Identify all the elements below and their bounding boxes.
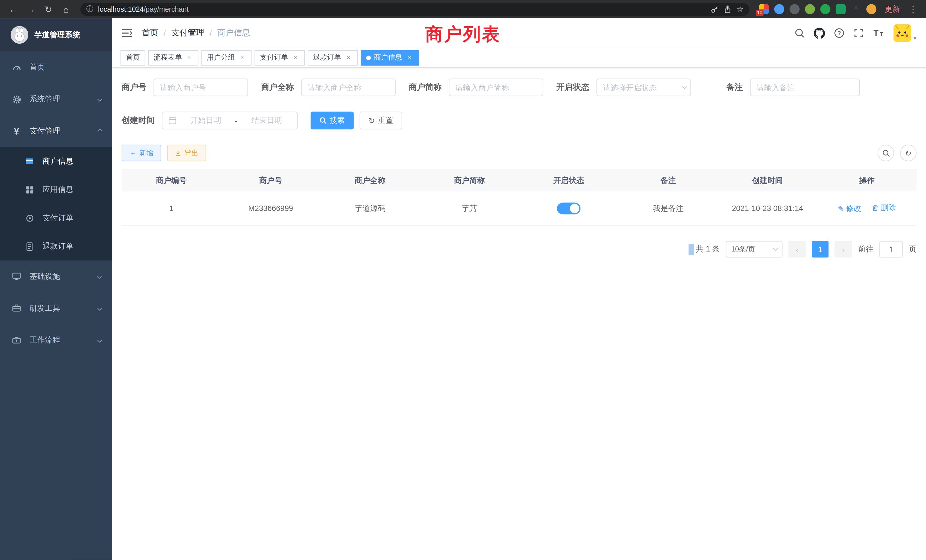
- page-size-value: 10条/页: [731, 244, 755, 254]
- close-icon[interactable]: ×: [185, 53, 193, 62]
- merchant-short-name-input[interactable]: [449, 79, 543, 96]
- page-number-1[interactable]: 1: [812, 241, 829, 257]
- table-row: 1 M233666999 芋道源码 芋艿 我是备注 2021-10-23 08:…: [122, 191, 917, 225]
- site-info-icon[interactable]: ⓘ: [86, 4, 93, 14]
- tab-process-form[interactable]: 流程表单 ×: [148, 50, 198, 65]
- tab-user-group[interactable]: 用户分组 ×: [201, 50, 251, 65]
- export-button-label: 导出: [184, 148, 198, 158]
- close-icon[interactable]: ×: [405, 53, 413, 62]
- status-select-input[interactable]: [596, 79, 691, 96]
- start-date-placeholder: 开始日期: [181, 115, 230, 126]
- tab-merchant-info[interactable]: 商户信息 ×: [361, 50, 419, 65]
- sidebar-item-system[interactable]: 系统管理: [0, 83, 112, 115]
- close-icon[interactable]: ×: [238, 53, 246, 62]
- browser-update-button[interactable]: 更新: [885, 4, 900, 14]
- column-header: 操作: [817, 170, 917, 191]
- fullscreen-icon[interactable]: [853, 28, 864, 38]
- chevron-down-icon: [97, 306, 102, 311]
- breadcrumb: 首页 / 支付管理 / 商户信息: [142, 28, 250, 38]
- prev-page-button[interactable]: ‹: [788, 241, 806, 257]
- sidebar-item-app-info[interactable]: 应用信息: [0, 176, 112, 204]
- calendar-icon: [168, 117, 177, 125]
- status-select[interactable]: [596, 79, 691, 96]
- merchant-no-input[interactable]: [154, 79, 248, 96]
- end-date-placeholder: 结束日期: [242, 115, 291, 126]
- help-question-icon[interactable]: ?: [834, 28, 845, 38]
- add-button[interactable]: ＋ 新增: [122, 145, 161, 161]
- sidebar-item-payment[interactable]: ¥ 支付管理: [0, 115, 112, 147]
- page-size-select[interactable]: 10条/页: [726, 241, 782, 257]
- breadcrumb-home[interactable]: 首页: [142, 28, 158, 38]
- table-toolbar: ＋ 新增 导出 ↻: [122, 145, 917, 161]
- pinned-extension-pin-icon[interactable]: [851, 4, 861, 14]
- profile-avatar-icon[interactable]: [866, 4, 876, 14]
- header-search-icon[interactable]: [794, 28, 805, 38]
- refresh-table-button[interactable]: ↻: [900, 145, 917, 161]
- close-icon[interactable]: ×: [291, 53, 300, 62]
- toolbox-icon: [11, 304, 22, 313]
- github-icon[interactable]: [814, 27, 825, 38]
- close-icon[interactable]: ×: [344, 53, 353, 62]
- extension-icon-avatar-green[interactable]: [805, 4, 815, 14]
- remark-label: 备注: [726, 82, 743, 93]
- extensions-puzzle-icon[interactable]: 10: [759, 4, 769, 14]
- table-right-tools: ↻: [878, 145, 917, 161]
- bookmark-star-icon[interactable]: ☆: [737, 5, 743, 14]
- app-logo[interactable]: 芋道管理系统: [0, 18, 112, 51]
- search-button[interactable]: 搜索: [311, 112, 354, 129]
- filter-row-1: 商户号 商户全称 商户简称 开启状态: [122, 79, 917, 96]
- extension-icon-dark[interactable]: [790, 4, 800, 14]
- search-icon: [319, 117, 327, 124]
- share-icon[interactable]: [723, 5, 732, 14]
- password-key-icon[interactable]: [711, 5, 719, 14]
- url-text[interactable]: localhost:1024/pay/merchant: [98, 5, 706, 14]
- sidebar-item-home[interactable]: 首页: [0, 51, 112, 83]
- user-avatar[interactable]: [894, 24, 911, 42]
- extension-icon-note[interactable]: [836, 4, 846, 14]
- tab-home[interactable]: 首页: [121, 50, 145, 65]
- hamburger-icon[interactable]: [122, 28, 132, 38]
- toggle-search-button[interactable]: [878, 145, 894, 161]
- logo-rabbit-image: [11, 26, 28, 44]
- chevron-down-icon: [97, 274, 102, 279]
- sidebar-item-dev-tools[interactable]: 研发工具: [0, 292, 112, 324]
- browser-menu-icon[interactable]: ⋮: [905, 1, 921, 17]
- trash-icon: [872, 204, 879, 211]
- payment-submenu: 商户信息 应用信息 支付订单: [0, 147, 112, 260]
- status-toggle[interactable]: [557, 202, 581, 214]
- extension-icon-evernote[interactable]: [820, 4, 830, 14]
- create-time-range-picker[interactable]: 开始日期 - 结束日期: [162, 112, 298, 129]
- tab-refund-order[interactable]: 退款订单 ×: [308, 50, 358, 65]
- tab-label: 商户信息: [374, 53, 402, 62]
- address-bar[interactable]: ⓘ localhost:1024/pay/merchant ☆: [80, 3, 749, 16]
- dashboard-icon: [11, 62, 22, 73]
- sidebar-item-merchant-info[interactable]: 商户信息: [0, 147, 112, 176]
- goto-page-input[interactable]: [879, 241, 903, 257]
- export-button[interactable]: 导出: [167, 145, 206, 161]
- remark-input[interactable]: [750, 79, 860, 96]
- reset-button[interactable]: ↻ 重置: [360, 112, 402, 129]
- forward-icon[interactable]: →: [23, 1, 39, 17]
- sidebar-item-workflow[interactable]: 工作流程: [0, 324, 112, 356]
- back-icon[interactable]: ←: [5, 1, 21, 17]
- tab-pay-order[interactable]: 支付订单 ×: [254, 50, 305, 65]
- home-icon[interactable]: ⌂: [58, 1, 74, 17]
- font-size-icon[interactable]: TT: [873, 28, 885, 38]
- sidebar-item-pay-order[interactable]: 支付订单: [0, 204, 112, 232]
- reset-button-label: 重置: [378, 115, 393, 126]
- next-page-button[interactable]: ›: [834, 241, 852, 257]
- main-area: 首页 / 支付管理 / 商户信息 ?: [112, 18, 926, 560]
- tab-label: 支付订单: [260, 53, 288, 62]
- sidebar-item-infrastructure[interactable]: 基础设施: [0, 260, 112, 292]
- reload-icon[interactable]: ↻: [40, 1, 57, 17]
- svg-text:T: T: [880, 31, 884, 37]
- cell-merchant-id: 1: [122, 191, 221, 225]
- user-menu[interactable]: ▾: [894, 24, 917, 42]
- chevron-up-icon: [97, 129, 102, 134]
- sidebar-item-refund-order[interactable]: 退款订单: [0, 232, 112, 260]
- extension-icon-blue[interactable]: [774, 4, 784, 14]
- edit-link[interactable]: ✎ 修改: [838, 203, 862, 214]
- breadcrumb-payment[interactable]: 支付管理: [171, 28, 204, 38]
- delete-link[interactable]: 删除: [872, 203, 896, 213]
- merchant-full-name-input[interactable]: [301, 79, 395, 96]
